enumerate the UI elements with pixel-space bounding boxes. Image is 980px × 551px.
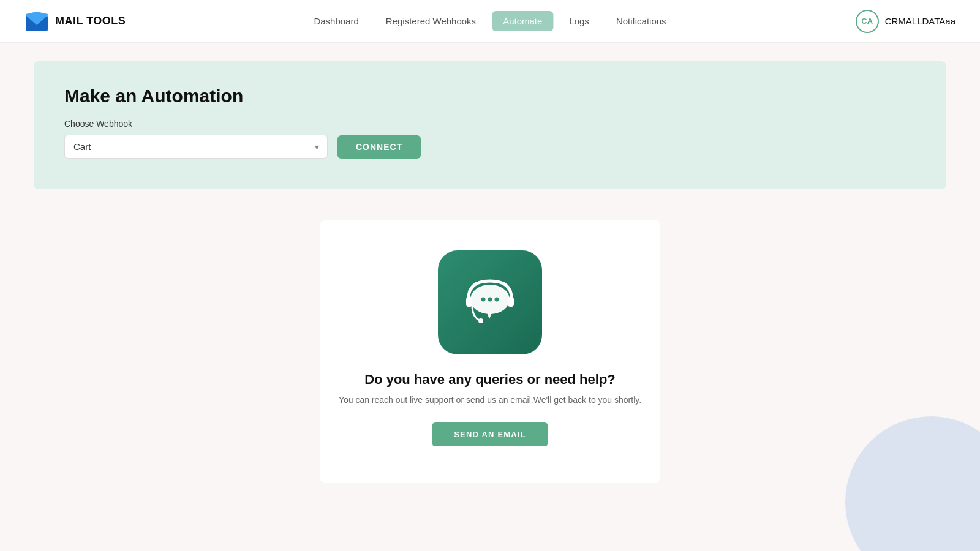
webhook-row: Cart Order Customer Product ▾ CONNECT	[64, 135, 916, 159]
automation-title: Make an Automation	[64, 86, 916, 107]
webhook-select-wrapper: Cart Order Customer Product ▾	[64, 135, 328, 159]
automation-section: Make an Automation Choose Webhook Cart O…	[34, 61, 946, 189]
brand-name: MAIL TOOLS	[55, 15, 126, 28]
user-name: CRMALLDATAaa	[885, 16, 956, 26]
svg-point-5	[481, 298, 486, 302]
svg-point-6	[488, 298, 492, 302]
avatar[interactable]: CA	[856, 10, 879, 33]
nav-logs[interactable]: Logs	[558, 11, 600, 31]
navbar-user: CA CRMALLDATAaa	[856, 10, 956, 33]
webhook-select[interactable]: Cart Order Customer Product	[64, 135, 328, 159]
nav-notifications[interactable]: Notifications	[605, 11, 677, 31]
svg-marker-8	[487, 313, 492, 319]
webhook-label: Choose Webhook	[64, 119, 916, 129]
connect-button[interactable]: CONNECT	[337, 135, 421, 159]
support-icon-wrapper	[438, 250, 542, 354]
svg-rect-10	[508, 297, 514, 307]
svg-point-11	[478, 318, 483, 323]
support-title: Do you have any queries or need help?	[364, 372, 616, 388]
support-section: Do you have any queries or need help? Yo…	[320, 220, 660, 483]
send-email-button[interactable]: SEND AN EMAIL	[432, 422, 548, 446]
support-description: You can reach out live support or send u…	[339, 394, 641, 407]
nav-automate[interactable]: Automate	[492, 11, 553, 31]
navbar-nav: Dashboard Registered Webhooks Automate L…	[303, 11, 677, 31]
support-chat-icon	[456, 269, 524, 336]
svg-rect-9	[466, 297, 472, 307]
mail-logo-icon	[24, 9, 49, 34]
nav-registered-webhooks[interactable]: Registered Webhooks	[375, 11, 487, 31]
nav-dashboard[interactable]: Dashboard	[303, 11, 369, 31]
brand: MAIL TOOLS	[24, 9, 126, 34]
svg-point-7	[495, 298, 499, 302]
navbar: MAIL TOOLS Dashboard Registered Webhooks…	[0, 0, 980, 43]
